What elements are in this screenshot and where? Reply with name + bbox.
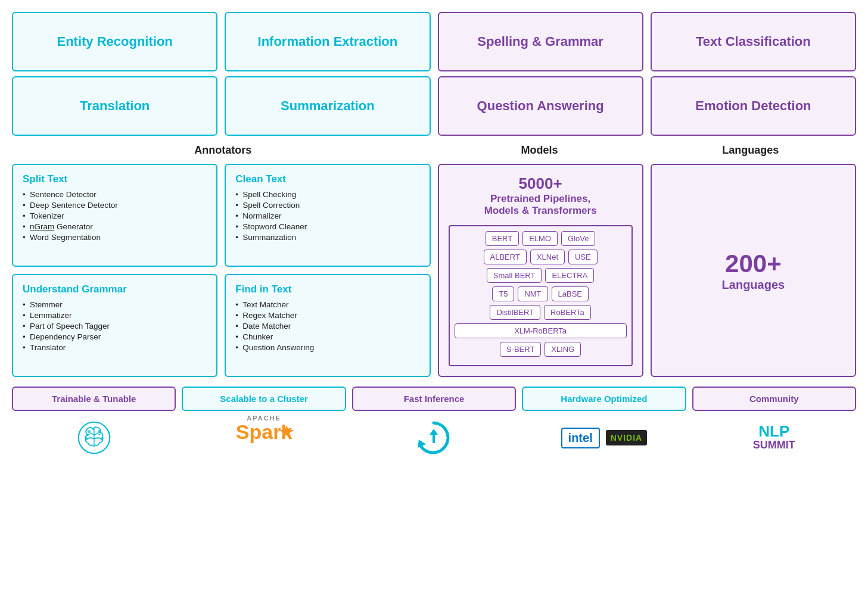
task-grid-row2: Translation Summarization Question Answe…	[12, 76, 856, 136]
task-summarization[interactable]: Summarization	[225, 76, 430, 136]
svg-marker-10	[279, 425, 294, 438]
list-item: Deep Sentence Detector	[23, 201, 207, 210]
brain-icon-svg	[73, 417, 115, 459]
model-chip-elmo[interactable]: ELMO	[522, 231, 558, 246]
languages-label: Languages	[722, 278, 785, 292]
clean-text-box: Clean Text Spell Checking Spell Correcti…	[225, 164, 430, 267]
feature-fast-inference: Fast Inference	[352, 387, 516, 459]
trainable-badge[interactable]: Trainable & Tunable	[12, 387, 176, 411]
understand-grammar-list: Stemmer Lemmatizer Part of Speech Tagger…	[23, 300, 207, 352]
section-headers: Annotators Models Languages	[12, 144, 856, 157]
models-row: T5 NMT LaBSE	[455, 286, 627, 301]
split-text-title: Split Text	[23, 173, 207, 185]
task-information-extraction[interactable]: Information Extraction	[225, 12, 430, 71]
model-chip-nmt[interactable]: NMT	[518, 286, 547, 301]
svg-line-7	[94, 432, 99, 435]
find-in-text-box: Find in Text Text Matcher Regex Matcher …	[225, 274, 430, 377]
languages-number: 200+	[725, 250, 782, 278]
list-item: Translator	[23, 343, 207, 352]
task-entity-recognition[interactable]: Entity Recognition	[12, 12, 217, 71]
models-row: XLM-RoBERTa	[455, 323, 627, 338]
task-question-answering[interactable]: Question Answering	[438, 76, 643, 136]
model-chip-sbert[interactable]: S-BERT	[500, 342, 541, 357]
models-row: BERT ELMO GloVe	[455, 231, 627, 246]
list-item: Summarization	[235, 233, 419, 242]
model-chip-labse[interactable]: LaBSE	[552, 286, 589, 301]
nlpsummit-logo-container: NLP SUMMIT	[753, 417, 795, 459]
feature-community: Community NLP SUMMIT	[692, 387, 856, 459]
task-spelling-grammar[interactable]: Spelling & Grammar	[438, 12, 643, 71]
nlpsummit-logo: NLP SUMMIT	[753, 423, 795, 452]
model-chip-t5[interactable]: T5	[492, 286, 514, 301]
svg-line-6	[89, 432, 94, 435]
feature-scalable: Scalable to a Cluster APACHE Spark	[182, 387, 346, 459]
models-row: Small BERT ELECTRA	[455, 268, 627, 283]
model-chip-smallbert[interactable]: Small BERT	[487, 268, 542, 283]
feature-trainable: Trainable & Tunable	[12, 387, 176, 459]
models-subtitle: Pretrained Pipelines, Models & Transform…	[484, 193, 597, 217]
hardware-badge[interactable]: Hardware Optimized	[522, 387, 686, 411]
spark-logo-container: APACHE Spark	[236, 417, 293, 459]
languages-header: Languages	[645, 144, 856, 157]
main-container: Entity Recognition Information Extractio…	[12, 12, 856, 459]
find-in-text-list: Text Matcher Regex Matcher Date Matcher …	[235, 300, 419, 352]
brain-logo	[73, 417, 115, 459]
fast-inference-badge[interactable]: Fast Inference	[352, 387, 516, 411]
hardware-logos-container: intel NVIDIA	[561, 417, 648, 459]
middle-grid: Split Text Sentence Detector Deep Senten…	[12, 164, 856, 377]
list-item: Spell Checking	[235, 190, 419, 199]
list-item: Tokenizer	[23, 211, 207, 220]
model-chip-xlmroberta[interactable]: XLM-RoBERTa	[455, 323, 627, 338]
languages-section: 200+ Languages	[651, 164, 856, 377]
model-chip-albert[interactable]: ALBERT	[484, 250, 527, 264]
annotators-header: Annotators	[12, 144, 434, 157]
list-item: Normalizer	[235, 211, 419, 220]
model-chip-glove[interactable]: GloVe	[561, 231, 595, 246]
list-item: Chunker	[235, 332, 419, 341]
feature-hardware: Hardware Optimized intel NVIDIA	[522, 387, 686, 459]
model-chip-xling[interactable]: XLING	[545, 342, 581, 357]
community-badge[interactable]: Community	[692, 387, 856, 411]
svg-marker-13	[430, 429, 438, 435]
task-text-classification[interactable]: Text Classification	[651, 12, 856, 71]
model-chip-bert[interactable]: BERT	[486, 231, 519, 246]
clean-text-list: Spell Checking Spell Correction Normaliz…	[235, 190, 419, 242]
list-item: Sentence Detector	[23, 190, 207, 199]
models-row: ALBERT XLNet USE	[455, 250, 627, 264]
split-text-box: Split Text Sentence Detector Deep Senten…	[12, 164, 217, 267]
list-item: Regex Matcher	[235, 311, 419, 320]
list-item: Part of Speech Tagger	[23, 322, 207, 331]
models-row: S-BERT XLING	[455, 342, 627, 357]
models-count: 5000+	[519, 174, 562, 193]
spark-logo-area: APACHE Spark	[236, 415, 293, 461]
list-item: Dependency Parser	[23, 332, 207, 341]
models-section: 5000+ Pretrained Pipelines, Models & Tra…	[438, 164, 643, 377]
models-header: Models	[434, 144, 645, 157]
scalable-badge[interactable]: Scalable to a Cluster	[182, 387, 346, 411]
list-item: Stopword Cleaner	[235, 222, 419, 231]
spark-star-icon	[278, 424, 295, 441]
understand-grammar-box: Understand Grammar Stemmer Lemmatizer Pa…	[12, 274, 217, 377]
list-item: nGram Generator	[23, 222, 207, 231]
task-emotion-detection[interactable]: Emotion Detection	[651, 76, 856, 136]
list-item: Text Matcher	[235, 300, 419, 309]
annotators-section: Split Text Sentence Detector Deep Senten…	[12, 164, 431, 377]
list-item: Date Matcher	[235, 322, 419, 331]
intel-logo: intel	[561, 428, 600, 448]
model-chip-distilbert[interactable]: DistilBERT	[490, 305, 540, 320]
model-chip-use[interactable]: USE	[568, 250, 598, 264]
model-chip-electra[interactable]: ELECTRA	[545, 268, 594, 283]
split-text-list: Sentence Detector Deep Sentence Detector…	[23, 190, 207, 242]
models-row: DistilBERT RoBERTa	[455, 305, 627, 320]
list-item: Question Answering	[235, 343, 419, 352]
list-item: Word Segmentation	[23, 233, 207, 242]
model-chip-roberta[interactable]: RoBERTa	[544, 305, 591, 320]
task-translation[interactable]: Translation	[12, 76, 217, 136]
list-item: Spell Correction	[235, 201, 419, 210]
circular-arrow-icon	[413, 417, 455, 459]
model-chip-xlnet[interactable]: XLNet	[530, 250, 565, 264]
arrow-logo-container	[413, 417, 455, 459]
task-grid-row1: Entity Recognition Information Extractio…	[12, 12, 856, 71]
list-item: Lemmatizer	[23, 311, 207, 320]
nvidia-logo: NVIDIA	[606, 430, 647, 445]
